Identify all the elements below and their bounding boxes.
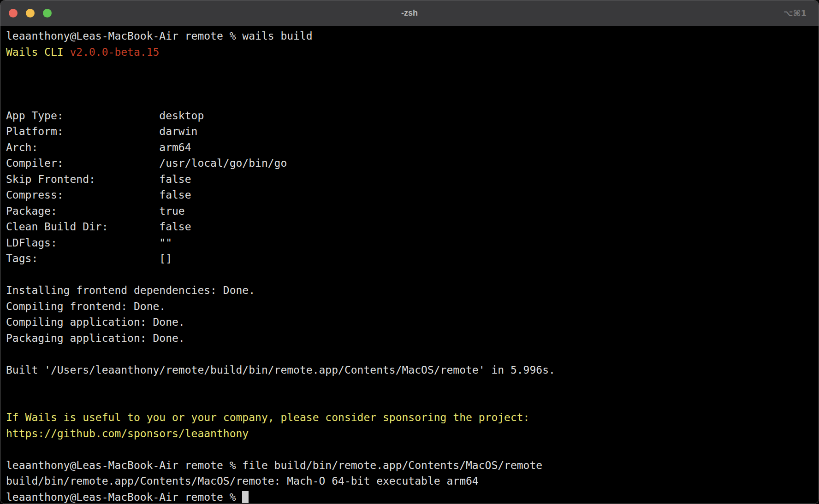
terminal-output[interactable]: leaanthony@Leas-MacBook-Air remote % wai… [0,26,819,504]
terminal-line: Arch: arm64 [6,140,813,156]
terminal-line: LDFlags: "" [6,235,813,251]
terminal-text-segment: LDFlags: "" [6,237,172,249]
terminal-text-segment: Skip Frontend: false [6,173,191,185]
terminal-line: Packaging application: Done. [6,330,813,346]
terminal-text-segment: v2.0.0-beta.15 [70,46,159,58]
terminal-line [6,92,813,108]
terminal-window: -zsh ⌥⌘1 leaanthony@Leas-MacBook-Air rem… [0,0,819,504]
terminal-text-segment: Compiling application: Done. [6,316,185,328]
terminal-line: Compress: false [6,187,813,203]
terminal-line [6,378,813,394]
terminal-line [6,346,813,362]
terminal-text-segment: Installing frontend dependencies: Done. [6,284,255,296]
terminal-text-segment: Clean Build Dir: false [6,221,191,233]
terminal-line: Platform: darwin [6,123,813,140]
terminal-text-segment: App Type: desktop [6,110,204,122]
terminal-line: Compiler: /usr/local/go/bin/go [6,155,813,171]
terminal-line: leaanthony@Leas-MacBook-Air remote % wai… [6,28,813,44]
terminal-line [6,441,813,457]
maximize-button[interactable] [43,9,52,18]
terminal-text-segment: Package: true [6,205,185,217]
terminal-text-segment: Tags: [] [6,252,172,264]
tab-shortcut-hint: ⌥⌘1 [783,0,807,26]
terminal-line: Package: true [6,203,813,219]
terminal-text-segment: https://github.com/sponsors/leaanthony [6,428,249,440]
terminal-line [6,267,813,283]
terminal-text-segment: Compress: false [6,189,191,201]
minimize-button[interactable] [26,9,35,18]
terminal-line: Wails CLI v2.0.0-beta.15 [6,44,813,60]
close-button[interactable] [9,9,18,18]
terminal-cursor [242,491,249,503]
terminal-line: Built '/Users/leaanthony/remote/build/bi… [6,362,813,378]
terminal-line: If Wails is useful to you or your compan… [6,410,813,426]
terminal-line: build/bin/remote.app/Contents/MacOS/remo… [6,473,813,489]
title-bar[interactable]: -zsh ⌥⌘1 [0,0,819,26]
terminal-line: https://github.com/sponsors/leaanthony [6,426,813,442]
terminal-text-segment: Built '/Users/leaanthony/remote/build/bi… [6,364,555,376]
terminal-text-segment: leaanthony@Leas-MacBook-Air remote % fil… [6,459,542,471]
terminal-text-segment: Compiling frontend: Done. [6,300,166,312]
terminal-text-segment: Packaging application: Done. [6,332,185,344]
terminal-text-segment: leaanthony@Leas-MacBook-Air remote % wai… [6,30,313,42]
window-controls [9,0,52,26]
terminal-text-segment: Wails CLI [6,46,70,58]
terminal-line: Clean Build Dir: false [6,219,813,235]
terminal-text-segment: Arch: arm64 [6,141,191,153]
terminal-line: Compiling frontend: Done. [6,299,813,315]
terminal-text-segment: build/bin/remote.app/Contents/MacOS/remo… [6,475,479,487]
terminal-text-segment: Platform: darwin [6,125,197,137]
terminal-line: Tags: [] [6,251,813,267]
terminal-line [6,394,813,410]
terminal-text-segment: Compiler: /usr/local/go/bin/go [6,157,287,169]
terminal-line: App Type: desktop [6,108,813,124]
terminal-line: leaanthony@Leas-MacBook-Air remote % fil… [6,457,813,474]
terminal-line: Compiling application: Done. [6,314,813,330]
terminal-text-segment: If Wails is useful to you or your compan… [6,411,529,423]
terminal-line: Skip Frontend: false [6,171,813,188]
terminal-line [6,76,813,92]
window-title: -zsh [0,0,819,26]
terminal-line: leaanthony@Leas-MacBook-Air remote % [6,489,813,504]
terminal-text-segment: leaanthony@Leas-MacBook-Air remote % [6,491,242,503]
terminal-line: Installing frontend dependencies: Done. [6,282,813,299]
terminal-line [6,60,813,76]
